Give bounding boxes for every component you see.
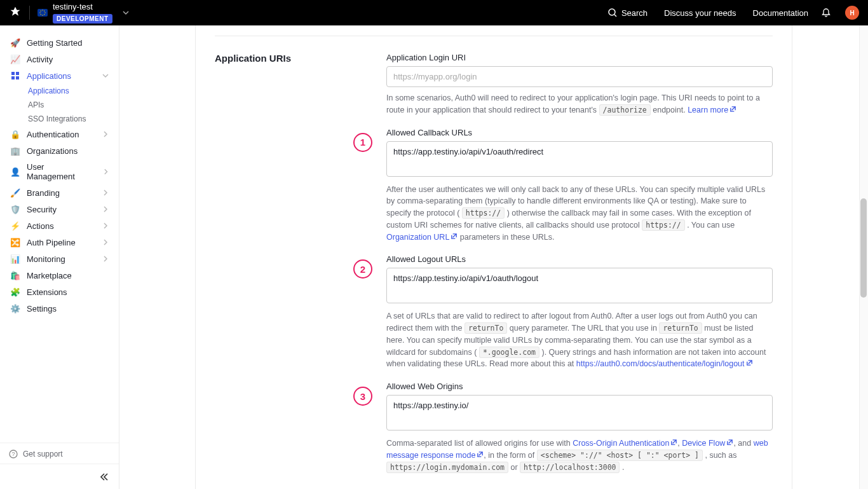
bell-icon	[821, 8, 831, 18]
field-label: Allowed Callback URLs	[386, 128, 773, 137]
sidebar-item-getting-started[interactable]: 🚀 Getting Started	[5, 34, 114, 51]
user-icon: 👤	[10, 167, 20, 177]
sidebar-item-authentication[interactable]: 🔒 Authentication	[5, 126, 114, 142]
scrollbar-thumb[interactable]	[860, 198, 867, 298]
sidebar-collapse-button[interactable]	[0, 464, 119, 489]
helper-text: A set of URLs that are valid to redirect…	[386, 310, 773, 370]
sidebar-item-label: Auth Pipeline	[27, 238, 76, 247]
svg-text:?: ?	[11, 451, 15, 457]
sidebar-item-monitoring[interactable]: 📊 Monitoring	[5, 251, 114, 267]
sidebar-sub-sso[interactable]: SSO Integrations	[28, 112, 114, 126]
sidebar-item-security[interactable]: 🛡️ Security	[5, 201, 114, 217]
helper-text: Comma-separated list of allowed origins …	[386, 437, 773, 473]
svg-rect-12	[11, 76, 15, 79]
search-button[interactable]: Search	[607, 8, 648, 18]
code-wildcard: *.google.com	[479, 347, 539, 358]
svg-point-1	[42, 10, 43, 10]
helper-text: In some scenarios, Auth0 will need to re…	[386, 92, 773, 116]
field-label: Allowed Web Origins	[386, 382, 773, 391]
external-link-icon	[477, 451, 484, 458]
get-support-link[interactable]: ? Get support	[9, 450, 110, 458]
avatar-initial: H	[850, 10, 854, 17]
field-login-uri: Application Login URI In some scenarios,…	[386, 53, 773, 116]
puzzle-icon: 🧩	[10, 287, 20, 297]
chevrons-left-icon	[100, 472, 109, 481]
lock-icon: 🔒	[10, 129, 20, 139]
discuss-link[interactable]: Discuss your needs	[664, 8, 736, 18]
sidebar-item-label: Authentication	[27, 130, 79, 139]
external-link-icon	[729, 106, 736, 113]
svg-point-9	[609, 9, 615, 15]
web-origins-textarea[interactable]	[386, 395, 773, 430]
chevron-down-icon	[102, 72, 109, 79]
sidebar-sub-apis[interactable]: APIs	[28, 98, 114, 112]
device-flow-link[interactable]: Device Flow	[682, 439, 733, 448]
section-title: Application URIs	[215, 53, 367, 64]
sidebar-item-branding[interactable]: 🖌️ Branding	[5, 184, 114, 201]
sidebar-item-label: Extensions	[27, 287, 67, 297]
shield-icon: 🛡️	[10, 204, 20, 214]
sidebar-item-actions[interactable]: ⚡ Actions	[5, 217, 114, 234]
avatar[interactable]: H	[845, 6, 859, 20]
nav: 🚀 Getting Started 📈 Activity Application…	[0, 25, 119, 443]
svg-point-8	[44, 14, 44, 15]
svg-rect-11	[16, 72, 19, 75]
sidebar-item-label: Applications	[27, 71, 71, 81]
code-https: https://	[462, 207, 505, 219]
sidebar-item-marketplace[interactable]: 🛍️ Marketplace	[5, 267, 114, 284]
sidebar-item-user-management[interactable]: 👤 User Management	[5, 159, 114, 184]
sidebar-item-label: Activity	[27, 55, 53, 64]
sidebar-item-organizations[interactable]: 🏢 Organizations	[5, 142, 114, 159]
scrollbar-track[interactable]	[859, 25, 868, 489]
sidebar-item-settings[interactable]: ⚙️ Settings	[5, 300, 114, 317]
sidebar-item-activity[interactable]: 📈 Activity	[5, 51, 114, 67]
content-scroll-area[interactable]: Application URIs Application Login URI I…	[119, 25, 868, 489]
sidebar-sub-applications[interactable]: Applications	[28, 84, 114, 98]
documentation-link[interactable]: Documentation	[753, 8, 808, 18]
sidebar-item-label: Actions	[27, 221, 54, 231]
sidebar-item-auth-pipeline[interactable]: 🔀 Auth Pipeline	[5, 234, 114, 251]
auth0-logo[interactable]	[9, 6, 22, 20]
logout-docs-link[interactable]: https://auth0.com/docs/authenticate/logi…	[576, 359, 753, 368]
code-example-1: https://login.mydomain.com	[386, 462, 508, 473]
cors-auth-link[interactable]: Cross-Origin Authentication	[573, 439, 677, 448]
svg-point-6	[44, 11, 44, 11]
tenant-name: testiny-test	[53, 2, 93, 11]
apps-icon	[10, 71, 20, 81]
eu-flag-icon	[37, 9, 48, 17]
tenant-switcher[interactable]: testiny-test DEVELOPMENT	[37, 2, 129, 24]
search-label: Search	[621, 8, 648, 18]
organization-url-link[interactable]: Organization URL	[386, 233, 458, 242]
notifications-button[interactable]	[821, 8, 831, 18]
search-icon	[607, 8, 618, 18]
support-label: Get support	[23, 450, 63, 458]
svg-rect-10	[11, 72, 15, 75]
gear-icon: ⚙️	[10, 303, 20, 313]
code-https: https://	[642, 219, 684, 231]
sidebar-item-label: Settings	[27, 304, 57, 313]
help-icon: ?	[9, 450, 18, 458]
callback-urls-textarea[interactable]	[386, 141, 773, 177]
sidebar-item-extensions[interactable]: 🧩 Extensions	[5, 284, 114, 300]
discuss-label: Discuss your needs	[664, 8, 736, 18]
bars-icon: 📊	[10, 254, 20, 264]
code-returnto: returnTo	[659, 322, 702, 334]
logout-urls-textarea[interactable]	[386, 268, 773, 303]
learn-more-link[interactable]: Learn more	[688, 106, 736, 114]
brush-icon: 🖌️	[10, 188, 20, 198]
sidebar-item-label: Organizations	[27, 146, 78, 156]
docs-label: Documentation	[753, 8, 808, 18]
svg-point-3	[39, 12, 40, 13]
helper-text: After the user authenticates we will onl…	[386, 184, 773, 244]
divider	[29, 6, 30, 20]
environment-badge: DEVELOPMENT	[53, 14, 112, 24]
chevron-right-icon	[102, 206, 109, 212]
external-link-icon	[451, 233, 458, 240]
field-label: Allowed Logout URLs	[386, 254, 773, 264]
login-uri-input[interactable]	[386, 66, 773, 87]
svg-point-7	[41, 14, 41, 15]
sidebar: 🚀 Getting Started 📈 Activity Application…	[0, 25, 119, 489]
code-authorize: /authorize	[599, 104, 651, 116]
sidebar-item-applications[interactable]: Applications	[5, 67, 114, 84]
code-scheme-form: <scheme> "://" <host> [ ":" <port> ]	[537, 450, 703, 461]
